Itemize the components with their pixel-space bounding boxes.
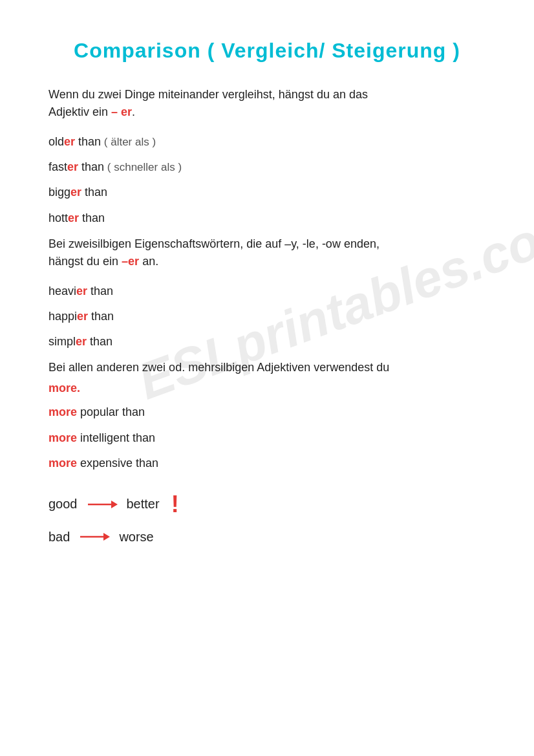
note1-er: –er: [122, 255, 139, 268]
word-simpler: simpler than: [48, 334, 486, 350]
word-more-expensive: more expensive than: [48, 455, 486, 471]
irregular-bad: bad worse: [48, 530, 486, 545]
word-bigger-rest: than: [81, 186, 107, 199]
note1-line1: Bei zweisilbigen Eigenschaftswörtern, di…: [48, 237, 379, 250]
word-bigger: bigger than: [48, 184, 486, 200]
intro-line1: Wenn du zwei Dinge miteinander vergleihs…: [48, 88, 368, 101]
word-bigger-prefix: bigg: [48, 186, 70, 199]
word-hotter: hotter than: [48, 210, 486, 226]
more-intelligent-more: more: [48, 431, 77, 444]
irregular-good-base: good: [48, 497, 78, 512]
word-happier-prefix: happi: [48, 310, 77, 323]
word-heavier-prefix: heavi: [48, 285, 76, 297]
word-happier: happier than: [48, 308, 486, 325]
arrow-good: [87, 497, 118, 512]
word-hotter-prefix: hott: [48, 211, 68, 224]
word-faster-er: er: [67, 160, 78, 173]
page: ESLprintables.com Comparison ( Vergleich…: [0, 0, 534, 595]
word-older: older than ( älter als ): [48, 134, 486, 150]
note1-line2-post: an.: [139, 255, 158, 268]
note2-line1: Bei allen anderen zwei od. mehrsilbigen …: [48, 361, 389, 374]
word-older-rest: than: [75, 135, 101, 148]
word-simpler-prefix: simpl: [48, 335, 76, 348]
intro-er: – er: [111, 105, 132, 118]
word-older-prefix: old: [48, 135, 64, 148]
word-faster: faster than ( schneller als ): [48, 159, 486, 175]
irregular-bad-base: bad: [48, 530, 70, 545]
word-simpler-er: er: [76, 335, 87, 348]
intro-line2-pre: Adjektiv ein: [48, 105, 111, 118]
word-faster-rest: than: [78, 160, 104, 173]
word-faster-prefix: fast: [48, 160, 67, 173]
more-standalone: more.: [48, 382, 486, 395]
more-expensive-rest: expensive than: [77, 457, 158, 470]
irregular-good-comparative: better: [127, 497, 160, 512]
word-simpler-rest: than: [87, 335, 112, 348]
arrow-bad: [79, 530, 110, 544]
intro-text: Wenn du zwei Dinge miteinander vergleihs…: [48, 86, 486, 121]
svg-marker-3: [103, 533, 110, 541]
word-heavier-rest: than: [87, 285, 113, 297]
note1: Bei zweisilbigen Eigenschaftswörtern, di…: [48, 235, 486, 270]
content: Comparison ( Vergleich/ Steigerung ) Wen…: [48, 39, 486, 545]
word-older-er: er: [64, 135, 75, 148]
word-more-intelligent: more intelligent than: [48, 430, 486, 446]
irregular-section: good better ! bad: [48, 491, 486, 545]
note1-line2-pre: hängst du ein: [48, 255, 122, 268]
more-popular-more: more: [48, 405, 77, 418]
word-happier-rest: than: [88, 310, 114, 323]
exclaim-mark: !: [171, 491, 179, 518]
irregular-bad-comparative: worse: [119, 530, 153, 545]
page-title: Comparison ( Vergleich/ Steigerung ): [48, 39, 486, 63]
word-more-popular: more popular than: [48, 404, 486, 420]
more-popular-rest: popular than: [77, 405, 145, 418]
word-hotter-er: er: [68, 211, 79, 224]
word-happier-er: er: [77, 310, 88, 323]
svg-marker-1: [111, 501, 118, 508]
intro-line2-post: .: [132, 105, 135, 118]
word-heavier-er: er: [76, 285, 87, 297]
word-faster-translation: ( schneller als ): [104, 161, 182, 173]
more-expensive-more: more: [48, 457, 77, 470]
word-hotter-rest: than: [79, 211, 105, 224]
word-bigger-er: er: [70, 186, 81, 199]
note2: Bei allen anderen zwei od. mehrsilbigen …: [48, 359, 486, 376]
more-intelligent-rest: intelligent than: [77, 431, 155, 444]
word-heavier: heavier than: [48, 283, 486, 299]
word-older-translation: ( älter als ): [101, 136, 156, 148]
irregular-good: good better !: [48, 491, 486, 518]
